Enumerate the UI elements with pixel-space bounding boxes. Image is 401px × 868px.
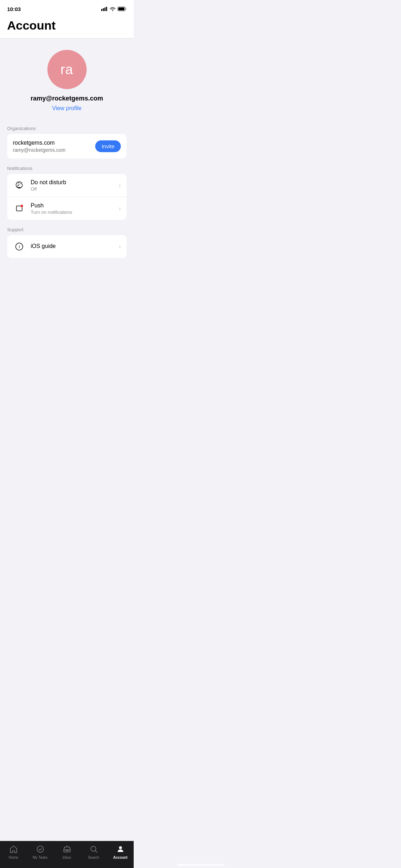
push-icon [13,202,26,215]
organizations-section: Organizations rocketgems.com ramy@rocket… [0,119,134,159]
wifi-icon [110,7,115,11]
push-title: Push [31,202,119,209]
svg-rect-2 [104,7,106,11]
svg-text:z: z [21,181,22,185]
notifications-card: z Do not disturb Off › [7,174,127,220]
do-not-disturb-row[interactable]: z Do not disturb Off › [7,174,127,197]
support-section: Support i iOS guide › [0,220,134,258]
profile-section: ra ramy@rocketgems.com View profile [0,38,134,119]
ios-guide-chevron: › [119,243,121,250]
notifications-section-label: Notifications [7,166,127,171]
notifications-section: Notifications z [0,159,134,220]
do-not-disturb-subtitle: Off [31,186,119,192]
page-title: Account [7,19,127,32]
svg-point-11 [21,205,23,207]
org-row: rocketgems.com ramy@rocketgems.com Invit… [7,134,127,159]
support-card: i iOS guide › [7,235,127,258]
organizations-section-label: Organizations [7,126,127,131]
organizations-card: rocketgems.com ramy@rocketgems.com Invit… [7,134,127,159]
push-subtitle: Turn on notifications [31,210,119,215]
push-text: Push Turn on notifications [31,202,119,215]
battery-icon [118,7,127,11]
do-not-disturb-text: Do not disturb Off [31,179,119,192]
user-email: ramy@rocketgems.com [31,95,103,102]
svg-rect-5 [118,7,124,10]
avatar: ra [47,50,87,89]
ios-guide-row[interactable]: i iOS guide › [7,235,127,258]
svg-rect-1 [103,8,104,11]
ios-guide-text: iOS guide [31,243,119,250]
status-time: 10:03 [7,6,21,12]
view-profile-link[interactable]: View profile [52,105,81,112]
invite-button[interactable]: Invite [95,140,121,152]
org-email: ramy@rocketgems.com [13,147,66,153]
status-icons [101,7,127,11]
support-section-label: Support [7,227,127,232]
info-icon: i [13,240,26,253]
status-bar: 10:03 [0,0,134,16]
push-row[interactable]: Push Turn on notifications › [7,197,127,220]
svg-rect-0 [101,9,102,11]
push-chevron: › [119,205,121,212]
do-not-disturb-title: Do not disturb [31,179,119,186]
ios-guide-title: iOS guide [31,243,119,249]
avatar-initials: ra [61,62,73,77]
org-name: rocketgems.com [13,140,66,146]
svg-rect-3 [106,7,107,11]
signal-icon [101,7,108,11]
do-not-disturb-chevron: › [119,182,121,189]
org-info: rocketgems.com ramy@rocketgems.com [13,140,66,153]
page-header: Account [0,16,134,38]
svg-text:i: i [19,244,20,249]
do-not-disturb-icon: z [13,179,26,192]
